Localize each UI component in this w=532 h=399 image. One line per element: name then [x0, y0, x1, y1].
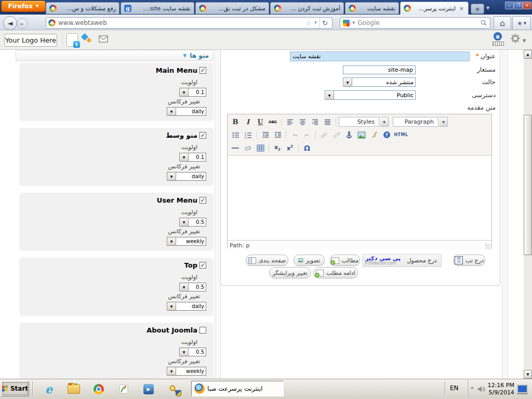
- bookmarks-button[interactable]: ★ ▼: [512, 16, 531, 30]
- twitter-share-icon[interactable]: [66, 33, 78, 47]
- priority-select[interactable]: ▼0.1: [179, 88, 206, 97]
- menus-section-header[interactable]: منو ها ▼: [16, 50, 214, 61]
- chevron-down-icon[interactable]: ▼: [523, 38, 526, 43]
- italic-icon[interactable]: I: [242, 117, 254, 127]
- priority-select[interactable]: ▼0.5: [179, 348, 206, 356]
- dropdown-arrow-icon[interactable]: ▼: [180, 88, 189, 96]
- dropdown-arrow-icon[interactable]: ▼: [167, 367, 176, 375]
- frequency-select[interactable]: ▼daily: [167, 107, 206, 116]
- font-tool-icon[interactable]: a: [494, 32, 502, 41]
- menu-checkbox[interactable]: ✓: [200, 132, 206, 139]
- dropdown-arrow-icon[interactable]: ▼: [325, 91, 334, 99]
- vertical-scrollbar[interactable]: ▲ ▼: [524, 50, 532, 379]
- language-indicator[interactable]: EN: [450, 384, 459, 392]
- your-logo-button[interactable]: Your Logo Here: [4, 34, 57, 47]
- tab-close-icon[interactable]: ×: [458, 5, 465, 12]
- new-tab-button[interactable]: +: [471, 4, 484, 14]
- justify-icon[interactable]: [322, 117, 333, 127]
- search-icon[interactable]: [480, 19, 487, 26]
- dropdown-arrow-icon[interactable]: ▼: [180, 283, 189, 291]
- browser-tab[interactable]: رفع مشکلات و س...: [46, 2, 119, 14]
- tools-shield-icon[interactable]: [167, 383, 180, 395]
- window-restore-button[interactable]: ❐: [514, 2, 523, 9]
- align-left-icon[interactable]: [284, 117, 296, 127]
- priority-select[interactable]: ▼0.5: [179, 283, 206, 291]
- help-icon[interactable]: ?: [381, 130, 392, 140]
- collapse-arrow-icon[interactable]: ▼: [183, 53, 187, 58]
- superscript-icon[interactable]: x2: [284, 143, 296, 153]
- search-input[interactable]: Google: [357, 19, 477, 26]
- reload-icon[interactable]: ↻: [320, 18, 330, 28]
- indent-icon[interactable]: [272, 130, 283, 140]
- editor-resize-handle[interactable]: [485, 244, 491, 249]
- outdent-icon[interactable]: [259, 130, 271, 140]
- dropdown-arrow-icon[interactable]: ▼: [440, 117, 448, 127]
- taskbar-firefox-task[interactable]: اینترنت پرسرعت صبا: [191, 381, 284, 396]
- strikethrough-icon[interactable]: ABC: [267, 117, 278, 127]
- frequency-select[interactable]: ▼daily: [167, 172, 206, 181]
- insert-product-button[interactable]: درج محصول پی سی دکتر P30doctor.com: [363, 254, 442, 267]
- browser-tab[interactable]: نقشه سایت: [345, 2, 399, 14]
- menu-checkbox[interactable]: [200, 327, 206, 334]
- link-icon[interactable]: [318, 130, 330, 140]
- dropdown-arrow-icon[interactable]: ▼: [180, 218, 189, 226]
- cleanup-icon[interactable]: [368, 130, 380, 140]
- horizontal-rule-icon[interactable]: [230, 143, 241, 153]
- forward-button[interactable]: ►: [17, 18, 28, 29]
- editor-content-area[interactable]: [228, 156, 491, 240]
- toggle-editor-button[interactable]: تغییر ویرایشگر: [269, 267, 311, 278]
- network-monitor-icon[interactable]: [517, 384, 528, 393]
- back-button[interactable]: ◄: [3, 16, 17, 30]
- chevron-down-icon[interactable]: ▼: [352, 21, 355, 25]
- access-select[interactable]: ▼ Public: [325, 90, 416, 100]
- search-box[interactable]: ▼ Google: [340, 17, 490, 29]
- html-source-icon[interactable]: HTML: [393, 130, 409, 140]
- align-center-icon[interactable]: [297, 117, 308, 127]
- scrollbar-thumb[interactable]: [524, 115, 532, 255]
- frequency-select[interactable]: ▼daily: [167, 302, 206, 311]
- chrome-icon[interactable]: [92, 383, 105, 395]
- alias-input[interactable]: site-map: [343, 65, 416, 74]
- frequency-select[interactable]: ▼weekly: [167, 237, 206, 246]
- chevron-down-icon[interactable]: ▼: [314, 21, 317, 25]
- feather-app-icon[interactable]: [117, 383, 130, 395]
- scroll-up-icon[interactable]: ▲: [524, 50, 532, 59]
- priority-select[interactable]: ▼0.5: [179, 218, 206, 227]
- redo-icon[interactable]: [301, 130, 313, 140]
- bold-icon[interactable]: B: [230, 117, 241, 127]
- folder-icon[interactable]: [68, 383, 80, 395]
- start-button[interactable]: Start: [1, 381, 29, 396]
- volume-icon[interactable]: [477, 385, 485, 393]
- title-input[interactable]: نقشه سایت: [290, 51, 470, 61]
- scroll-down-icon[interactable]: ▼: [524, 370, 532, 379]
- window-close-button[interactable]: ×: [523, 2, 531, 9]
- insert-image-icon[interactable]: [356, 130, 367, 140]
- unlink-icon[interactable]: [331, 130, 342, 140]
- numbered-list-icon[interactable]: 123: [242, 130, 254, 140]
- remove-format-icon[interactable]: [242, 143, 254, 153]
- home-button[interactable]: ⌂: [494, 16, 511, 30]
- url-text[interactable]: www.webtaweb: [58, 19, 303, 26]
- insert-tab-button[interactable]: درج تب E012: [453, 255, 485, 266]
- dropdown-arrow-icon[interactable]: ▼: [180, 348, 189, 356]
- priority-select[interactable]: ▼0.1: [179, 153, 206, 162]
- internet-explorer-icon[interactable]: e: [43, 383, 55, 395]
- dropdown-arrow-icon[interactable]: ▼: [167, 302, 176, 310]
- window-minimize-button[interactable]: –: [505, 2, 514, 9]
- menu-checkbox[interactable]: ✓: [200, 67, 206, 74]
- insert-article-button[interactable]: مطالب: [330, 255, 360, 266]
- subscript-icon[interactable]: x2: [272, 143, 283, 153]
- pagebreak-button[interactable]: صفحه بندی: [246, 255, 288, 266]
- dropdown-arrow-icon[interactable]: ▼: [380, 117, 389, 127]
- styles-select[interactable]: Styles: [339, 117, 379, 127]
- clock[interactable]: 12:16 PM 5/9/2014: [488, 382, 514, 396]
- menu-checkbox[interactable]: ✓: [200, 197, 206, 204]
- dropdown-arrow-icon[interactable]: ▼: [167, 237, 176, 245]
- insert-image-button[interactable]: تصویر: [294, 255, 325, 266]
- menu-checkbox[interactable]: ✓: [200, 262, 206, 269]
- mail-icon[interactable]: [99, 35, 108, 43]
- underline-icon[interactable]: U: [255, 117, 266, 127]
- browser-tab[interactable]: آموزش ثبت کردن ...: [270, 2, 344, 14]
- browser-tab[interactable]: gنقشه سایت site:...: [121, 2, 194, 14]
- frequency-select[interactable]: ▼weekly: [167, 367, 206, 376]
